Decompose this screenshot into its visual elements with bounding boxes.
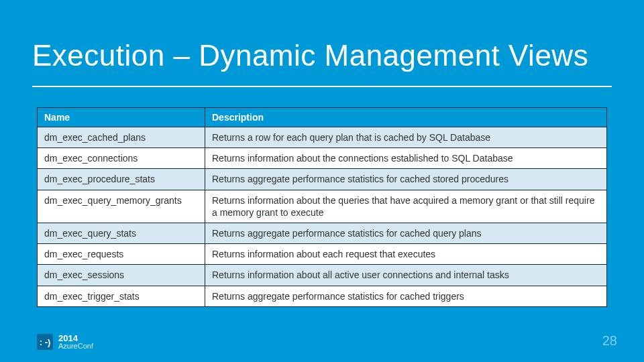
dmv-desc: Returns information about all active use… xyxy=(205,265,607,286)
table-row: dm_exec_sessions Returns information abo… xyxy=(38,265,607,286)
dmv-desc: Returns aggregate performance statistics… xyxy=(205,286,607,306)
dmv-table: Name Description dm_exec_cached_plans Re… xyxy=(37,107,607,307)
col-header-desc: Description xyxy=(205,108,607,127)
table-row: dm_exec_cached_plans Returns a row for e… xyxy=(38,127,607,148)
footer: : -) 2014 AzureConf xyxy=(37,334,93,350)
page-number: 28 xyxy=(602,333,617,349)
table-row: dm_exec_trigger_stats Returns aggregate … xyxy=(38,286,607,306)
dmv-name: dm_exec_cached_plans xyxy=(38,127,205,148)
dmv-desc: Returns aggregate performance statistics… xyxy=(205,169,607,190)
dmv-desc: Returns information about each request t… xyxy=(205,244,607,265)
title-underline xyxy=(32,86,612,87)
table-row: dm_exec_query_memory_grants Returns info… xyxy=(38,190,607,223)
dmv-desc: Returns aggregate performance statistics… xyxy=(205,223,607,243)
dmv-name: dm_exec_query_stats xyxy=(38,223,205,243)
conference-label: 2014 AzureConf xyxy=(58,334,93,350)
dmv-desc: Returns a row for each query plan that i… xyxy=(205,127,607,148)
table-row: dm_exec_query_stats Returns aggregate pe… xyxy=(38,223,607,243)
dmv-name: dm_exec_connections xyxy=(38,148,205,169)
slide-title: Execution – Dynamic Management Views xyxy=(32,39,588,72)
table-row: dm_exec_connections Returns information … xyxy=(38,148,607,169)
dmv-name: dm_exec_query_memory_grants xyxy=(38,190,205,223)
dmv-desc: Returns information about the queries th… xyxy=(205,190,607,223)
dmv-name: dm_exec_requests xyxy=(38,244,205,265)
table-row: dm_exec_requests Returns information abo… xyxy=(38,244,607,265)
dmv-name: dm_exec_trigger_stats xyxy=(38,286,205,306)
dmv-desc: Returns information about the connection… xyxy=(205,148,607,169)
conference-name: AzureConf xyxy=(58,343,93,350)
table-row: dm_exec_procedure_stats Returns aggregat… xyxy=(38,169,607,190)
dmv-name: dm_exec_procedure_stats xyxy=(38,169,205,190)
dmv-name: dm_exec_sessions xyxy=(38,265,205,286)
col-header-name: Name xyxy=(38,108,205,127)
smiley-badge-icon: : -) xyxy=(37,334,53,350)
